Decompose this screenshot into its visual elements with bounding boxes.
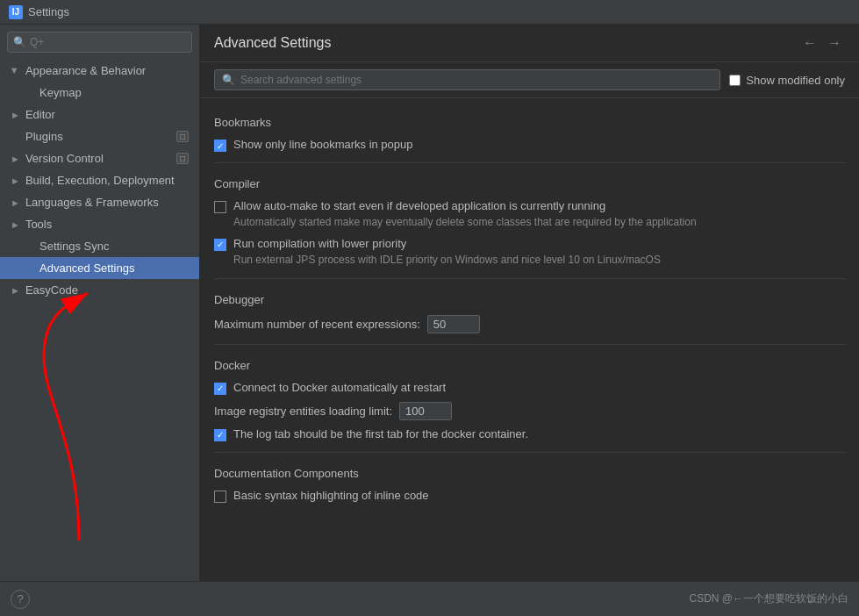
search-bar-row: 🔍 Show modified only <box>200 62 859 98</box>
setting-item-docker-2: ✓ The log tab should be the first tab fo… <box>214 427 845 441</box>
expand-arrow-editor: ► <box>11 110 20 120</box>
sidebar-nav: ►Appearance & BehaviorKeymap►EditorPlugi… <box>0 60 199 301</box>
section-divider-0 <box>214 162 845 163</box>
setting-text-compiler-0: Allow auto-make to start even if develop… <box>233 199 697 230</box>
advanced-search-input[interactable] <box>240 74 712 86</box>
setting-text-docker-0: Connect to Docker automatically at resta… <box>233 381 446 394</box>
setting-item-compiler-0: Allow auto-make to start even if develop… <box>214 199 845 230</box>
section-divider-1 <box>214 278 845 279</box>
setting-row-docker-1: Image registry entities loading limit: <box>214 402 845 420</box>
sidebar-label-build: Build, Execution, Deployment <box>25 174 189 187</box>
setting-text-bookmarks-0: Show only line bookmarks in popup <box>233 138 413 151</box>
setting-sublabel-compiler-1: Run external JPS process with IDLE prior… <box>233 253 661 268</box>
sidebar-search-box[interactable]: 🔍 <box>7 32 192 53</box>
section-header-docker: Docker <box>214 359 845 372</box>
csdn-label: CSDN @←一个想要吃软饭的小白 <box>689 591 848 606</box>
bottom-bar: ? CSDN @←一个想要吃软饭的小白 <box>0 581 859 616</box>
setting-sublabel-compiler-0: Automatically started make may eventuall… <box>233 215 697 230</box>
setting-row-debugger-0: Maximum number of recent expressions: <box>214 315 845 333</box>
sidebar-item-appearance[interactable]: ►Appearance & Behavior <box>0 60 199 82</box>
section-header-debugger: Debugger <box>214 293 845 306</box>
sidebar-search-input[interactable] <box>30 36 186 48</box>
section-bookmarks: Bookmarks ✓ Show only line bookmarks in … <box>214 116 845 163</box>
show-modified-row: Show modified only <box>729 74 845 87</box>
sidebar-item-languages[interactable]: ►Languages & Frameworks <box>0 191 199 213</box>
setting-row-label-docker-1: Image registry entities loading limit: <box>214 405 392 418</box>
show-modified-checkbox[interactable] <box>729 75 741 86</box>
setting-text-documentation-0: Basic syntax highlighting of inline code <box>233 489 429 502</box>
sidebar-label-plugins: Plugins <box>25 130 176 143</box>
setting-text-compiler-1: Run compilation with lower priority Run … <box>233 237 661 268</box>
sidebar-item-keymap[interactable]: Keymap <box>0 82 199 104</box>
setting-label-docker-0: Connect to Docker automatically at resta… <box>233 381 446 394</box>
sidebar-label-advancedsettings: Advanced Settings <box>39 261 189 275</box>
section-compiler: Compiler Allow auto-make to start even i… <box>214 177 845 279</box>
checkbox-bookmarks-0[interactable]: ✓ <box>214 140 226 152</box>
app-icon: IJ <box>9 5 23 19</box>
search-icon-content: 🔍 <box>222 74 235 86</box>
sidebar-item-tools[interactable]: ►Tools <box>0 213 199 235</box>
setting-item-documentation-0: Basic syntax highlighting of inline code <box>214 489 845 503</box>
section-docker: Docker ✓ Connect to Docker automatically… <box>214 359 845 453</box>
setting-item-bookmarks-0: ✓ Show only line bookmarks in popup <box>214 138 845 152</box>
sidebar-label-languages: Languages & Frameworks <box>25 196 189 209</box>
sidebar-label-versioncontrol: Version Control <box>25 152 176 165</box>
sidebar-item-editor[interactable]: ►Editor <box>0 104 199 125</box>
content-header: Advanced Settings ← → <box>200 25 859 62</box>
sidebar-item-versioncontrol[interactable]: ►Version Control□ <box>0 147 199 169</box>
checkbox-documentation-0[interactable] <box>214 491 226 503</box>
search-icon: 🔍 <box>13 36 26 48</box>
checkbox-compiler-1[interactable]: ✓ <box>214 239 226 251</box>
sidebar-item-advancedsettings[interactable]: Advanced Settings <box>0 257 199 279</box>
sidebar-item-settingssync[interactable]: Settings Sync <box>0 235 199 257</box>
sidebar-item-plugins[interactable]: Plugins□ <box>0 125 199 147</box>
section-divider-3 <box>214 452 845 453</box>
page-title: Advanced Settings <box>214 35 331 51</box>
nav-back-button[interactable]: ← <box>799 33 820 53</box>
sidebar-label-tools: Tools <box>25 218 189 231</box>
setting-label-docker-2: The log tab should be the first tab for … <box>233 427 528 441</box>
sidebar-label-settingssync: Settings Sync <box>39 240 189 253</box>
sidebar-item-build[interactable]: ►Build, Execution, Deployment <box>0 169 199 191</box>
setting-label-compiler-1: Run compilation with lower priority <box>233 237 661 250</box>
setting-input-debugger-0[interactable] <box>427 315 480 333</box>
setting-item-docker-0: ✓ Connect to Docker automatically at res… <box>214 381 845 395</box>
nav-forward-button[interactable]: → <box>824 33 845 53</box>
expand-arrow-tools: ► <box>11 219 20 230</box>
sidebar-label-appearance: Appearance & Behavior <box>25 64 189 77</box>
checkbox-docker-0[interactable]: ✓ <box>214 383 226 395</box>
setting-text-docker-2: The log tab should be the first tab for … <box>233 427 528 441</box>
nav-arrows: ← → <box>799 33 845 53</box>
checkbox-docker-2[interactable]: ✓ <box>214 429 226 441</box>
sections-container: Bookmarks ✓ Show only line bookmarks in … <box>214 116 845 503</box>
advanced-search-box[interactable]: 🔍 <box>214 69 720 90</box>
setting-label-compiler-0: Allow auto-make to start even if develop… <box>233 199 697 212</box>
window-title: Settings <box>28 5 69 18</box>
help-button[interactable]: ? <box>11 590 30 609</box>
sidebar-label-keymap: Keymap <box>39 86 189 99</box>
sidebar: 🔍 ►Appearance & BehaviorKeymap►EditorPlu… <box>0 25 200 581</box>
section-header-documentation: Documentation Components <box>214 467 845 480</box>
section-header-compiler: Compiler <box>214 177 845 190</box>
section-header-bookmarks: Bookmarks <box>214 116 845 129</box>
expand-arrow-easycode: ► <box>11 285 20 296</box>
setting-input-docker-1[interactable] <box>399 402 452 420</box>
setting-item-compiler-1: ✓ Run compilation with lower priority Ru… <box>214 237 845 268</box>
setting-row-label-debugger-0: Maximum number of recent expressions: <box>214 318 420 331</box>
checkbox-compiler-0[interactable] <box>214 201 226 213</box>
section-documentation: Documentation Components Basic syntax hi… <box>214 467 845 503</box>
content-scroll[interactable]: Bookmarks ✓ Show only line bookmarks in … <box>200 98 859 581</box>
plugin-badge-versioncontrol: □ <box>176 153 189 164</box>
sidebar-label-easycode: EasyCode <box>25 283 189 297</box>
title-bar: IJ Settings <box>0 0 859 25</box>
expand-arrow-languages: ► <box>11 197 20 208</box>
expand-arrow-appearance: ► <box>10 66 20 75</box>
plugin-badge-plugins: □ <box>176 131 189 142</box>
setting-label-documentation-0: Basic syntax highlighting of inline code <box>233 489 429 502</box>
section-debugger: Debugger Maximum number of recent expres… <box>214 293 845 345</box>
expand-arrow-build: ► <box>11 175 20 186</box>
setting-label-bookmarks-0: Show only line bookmarks in popup <box>233 138 413 151</box>
show-modified-label: Show modified only <box>746 74 845 87</box>
content-panel: Advanced Settings ← → 🔍 Show modified on… <box>200 25 859 581</box>
sidebar-item-easycode[interactable]: ►EasyCode <box>0 279 199 301</box>
